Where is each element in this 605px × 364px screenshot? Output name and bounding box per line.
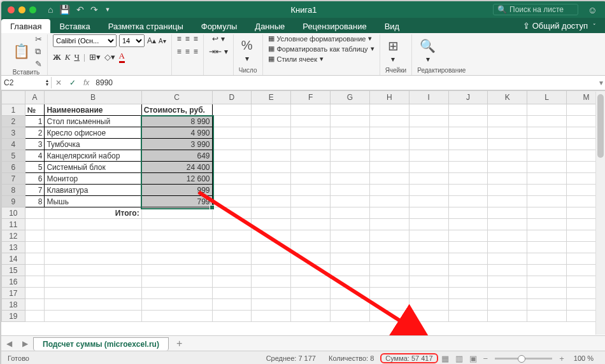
cell[interactable] <box>25 288 45 299</box>
cell[interactable] <box>252 185 291 196</box>
editing-button[interactable]: 🔍▾ <box>417 37 438 65</box>
cell[interactable] <box>331 265 370 276</box>
cell[interactable] <box>141 299 212 311</box>
cell[interactable] <box>212 196 252 207</box>
cell[interactable] <box>527 196 567 207</box>
cell[interactable] <box>527 299 567 311</box>
customize-qat-icon[interactable]: ▼ <box>104 6 110 13</box>
redo-icon[interactable]: ↷ <box>90 4 98 15</box>
cell[interactable]: 7 <box>25 185 45 196</box>
cell[interactable] <box>409 299 448 311</box>
cell[interactable] <box>331 104 370 116</box>
cell[interactable] <box>369 207 409 219</box>
cell[interactable] <box>409 265 448 276</box>
cell[interactable]: Клавиатура <box>45 185 141 196</box>
cell[interactable] <box>212 150 252 162</box>
cell[interactable] <box>488 185 527 196</box>
row-header[interactable]: 7 <box>2 173 25 185</box>
view-pagebreak-icon[interactable]: ▣ <box>466 354 480 363</box>
align-left-icon[interactable]: ≡ <box>177 47 182 56</box>
cell[interactable] <box>252 311 291 322</box>
cut-icon[interactable]: ✂ <box>35 34 42 44</box>
cell[interactable]: Стоимость, руб. <box>141 104 212 116</box>
cell[interactable] <box>448 196 488 207</box>
row-header[interactable]: 10 <box>2 207 25 219</box>
cell[interactable]: Итого: <box>45 207 141 219</box>
cell[interactable]: 2 <box>25 127 45 139</box>
row-header[interactable]: 11 <box>2 219 25 230</box>
cell[interactable] <box>252 196 291 207</box>
cell[interactable] <box>409 219 448 230</box>
col-header[interactable]: F <box>291 91 331 104</box>
cell[interactable] <box>252 288 291 299</box>
cell[interactable] <box>252 127 291 139</box>
cell[interactable] <box>25 311 45 322</box>
row-header[interactable]: 16 <box>2 276 25 288</box>
cell[interactable] <box>331 276 370 288</box>
cell[interactable] <box>331 219 370 230</box>
cell[interactable] <box>409 162 448 173</box>
cell[interactable] <box>291 162 331 173</box>
cell[interactable] <box>448 253 488 265</box>
cell[interactable] <box>25 276 45 288</box>
cell[interactable] <box>252 139 291 150</box>
cell[interactable] <box>448 299 488 311</box>
cell[interactable]: 8 990 <box>141 116 212 127</box>
cell[interactable] <box>212 104 252 116</box>
cond-format-button[interactable]: ▦Условное форматирование ▾ <box>268 34 373 43</box>
cell[interactable] <box>45 230 141 242</box>
cell[interactable] <box>409 242 448 253</box>
cell[interactable] <box>212 139 252 150</box>
underline-button[interactable]: Ч <box>75 52 80 62</box>
add-sheet-button[interactable]: + <box>169 338 190 349</box>
cell[interactable] <box>141 276 212 288</box>
cell[interactable] <box>409 127 448 139</box>
cell[interactable] <box>331 196 370 207</box>
row-header[interactable]: 19 <box>2 311 25 322</box>
font-size-select[interactable]: 14 <box>119 34 145 47</box>
cell[interactable] <box>369 150 409 162</box>
cell[interactable] <box>212 230 252 242</box>
cell[interactable] <box>369 299 409 311</box>
cell[interactable] <box>331 299 370 311</box>
cell[interactable] <box>212 127 252 139</box>
align-middle-icon[interactable]: ≡ <box>185 34 190 43</box>
cell[interactable] <box>331 185 370 196</box>
number-format-button[interactable]: %▾ <box>239 37 255 64</box>
cell[interactable]: 4 <box>25 150 45 162</box>
row-header[interactable]: 14 <box>2 253 25 265</box>
cell[interactable] <box>291 276 331 288</box>
cell[interactable] <box>25 219 45 230</box>
cell[interactable] <box>488 173 527 185</box>
cell[interactable] <box>448 276 488 288</box>
cell[interactable]: 12 600 <box>141 173 212 185</box>
cell[interactable]: Монитор <box>45 173 141 185</box>
cell[interactable]: 3 <box>25 139 45 150</box>
cell[interactable] <box>409 104 448 116</box>
cells-button[interactable]: ⊞▾ <box>385 37 401 65</box>
cell[interactable] <box>331 230 370 242</box>
tab-home[interactable]: Главная <box>1 19 50 33</box>
cell[interactable] <box>331 127 370 139</box>
cell[interactable]: 649 <box>141 150 212 162</box>
cell[interactable] <box>252 104 291 116</box>
cell[interactable] <box>45 311 141 322</box>
col-header[interactable]: D <box>212 91 252 104</box>
cell[interactable]: Мышь <box>45 196 141 207</box>
cell[interactable] <box>291 253 331 265</box>
cell[interactable] <box>409 196 448 207</box>
cell[interactable] <box>45 276 141 288</box>
cell[interactable] <box>141 207 212 219</box>
cell[interactable] <box>448 139 488 150</box>
merge-icon[interactable]: ⇥⇤ <box>209 47 222 56</box>
cell[interactable] <box>527 127 567 139</box>
cell[interactable]: Наименование <box>45 104 141 116</box>
cell[interactable] <box>448 127 488 139</box>
cell[interactable]: 4 990 <box>141 127 212 139</box>
row-header[interactable]: 9 <box>2 196 25 207</box>
cell[interactable] <box>252 299 291 311</box>
save-icon[interactable]: 💾 <box>59 4 70 15</box>
cell[interactable] <box>527 116 567 127</box>
col-header[interactable]: I <box>409 91 448 104</box>
cell[interactable] <box>488 230 527 242</box>
